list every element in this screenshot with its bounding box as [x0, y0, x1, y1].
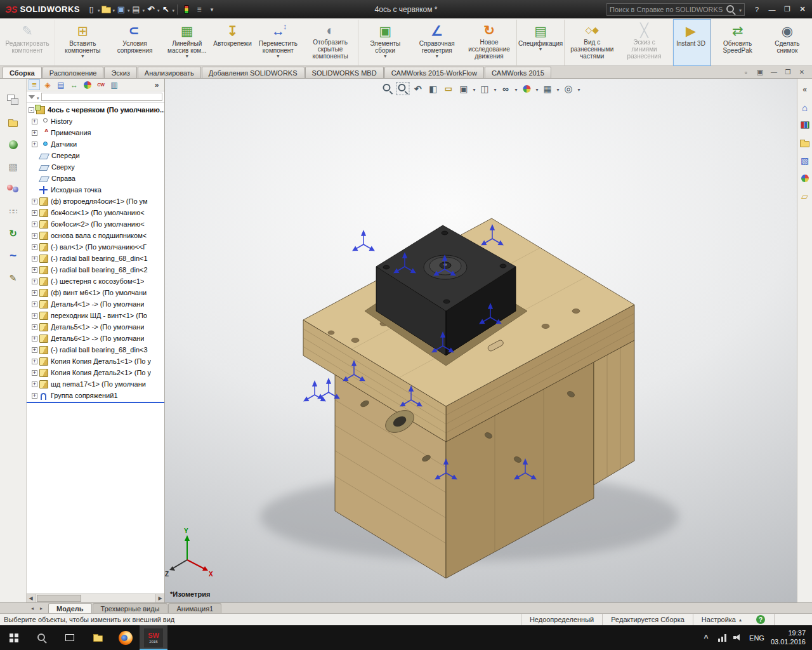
previous-view-icon[interactable] — [412, 83, 424, 95]
tree-item[interactable]: + (-) вал<1> (По умолчанию<<Г — [27, 241, 164, 253]
refresh-icon[interactable] — [5, 226, 22, 241]
network-icon[interactable] — [718, 634, 727, 642]
ribbon-button[interactable]: Instant 3D — [674, 20, 710, 65]
tree-item[interactable]: + шд nema17<1> (По умолчани — [27, 378, 164, 390]
expand-toggle[interactable]: + — [32, 233, 37, 239]
help-search-box[interactable] — [606, 3, 745, 16]
ribbon-button[interactable]: Вставить компоненты ▾ — [56, 20, 108, 65]
tree-filter-input[interactable] — [41, 93, 162, 101]
print-icon[interactable] — [131, 4, 142, 15]
start-button[interactable] — [0, 625, 28, 650]
firefox-button[interactable] — [112, 625, 140, 650]
expand-toggle[interactable]: + — [32, 222, 37, 227]
expand-toggle[interactable]: + — [32, 244, 37, 250]
tree-item[interactable]: + Копия Копия Деталь2<1> (По у — [27, 367, 164, 378]
cube-icon[interactable] — [5, 159, 22, 175]
tree-item[interactable]: + основа вала с подшипником< — [27, 230, 164, 241]
view-settings-dropdown[interactable] — [578, 84, 580, 93]
panel-overflow-icon[interactable] — [151, 79, 162, 90]
expand-toggle[interactable]: + — [32, 313, 37, 319]
expand-toggle[interactable]: + — [32, 199, 37, 204]
tree-item[interactable]: Исходная точка — [27, 184, 164, 196]
resize-grip[interactable] — [774, 614, 812, 625]
folder-icon[interactable] — [8, 121, 18, 127]
tree-horizontal-scrollbar[interactable]: ◀ ▶ — [27, 594, 164, 602]
task-pane-collapse-icon[interactable] — [799, 84, 811, 95]
help-button[interactable]: ? — [750, 3, 764, 16]
camworks-features-tab-icon[interactable] — [95, 79, 107, 90]
search-dropdown-arrow[interactable] — [739, 5, 742, 14]
quick-tips-icon[interactable]: ? — [756, 615, 765, 624]
expand-toggle[interactable]: + — [32, 210, 37, 216]
view-orientation-dropdown[interactable] — [473, 84, 475, 93]
expand-toggle[interactable]: + — [32, 381, 37, 387]
cascade-windows-icon[interactable] — [741, 68, 751, 77]
model-tab[interactable]: Трехмерные виды — [93, 603, 168, 613]
camworks-operations-tab-icon[interactable] — [108, 79, 120, 90]
spline-icon[interactable] — [5, 248, 22, 263]
ribbon-button[interactable]: Отобразить скрытые компоненты — [304, 20, 358, 65]
expand-toggle[interactable]: + — [32, 393, 37, 399]
language-indicator[interactable]: ENG — [749, 634, 764, 642]
expand-toggle[interactable]: + — [32, 267, 37, 273]
undo-icon[interactable] — [145, 4, 157, 15]
command-tab[interactable]: CAMWorks 2015-WorkFlow — [384, 67, 484, 78]
tree-item[interactable]: + (-) шестерня с косозубом<1> — [27, 275, 164, 287]
save-icon[interactable] — [115, 4, 127, 15]
ribbon-button[interactable]: Линейный массив ком... ▾ — [161, 20, 213, 65]
tree-item[interactable]: + переходник ШД - винт<1> (По — [27, 310, 164, 321]
rebuild-icon[interactable] — [184, 5, 189, 14]
command-tab[interactable]: CAMWorks 2015 — [485, 67, 551, 78]
display-style-icon[interactable] — [478, 83, 490, 95]
dropdown-arrow[interactable]: ▾ — [539, 47, 542, 53]
tree-item[interactable]: + Деталь4<1> -> (По умолчани — [27, 298, 164, 310]
rollback-bar[interactable] — [27, 402, 164, 403]
command-tab[interactable]: Анализировать — [138, 67, 201, 78]
select-cursor-icon[interactable] — [160, 4, 172, 15]
expand-toggle[interactable]: + — [32, 130, 37, 136]
open-document-icon[interactable] — [102, 7, 111, 13]
property-manager-tab-icon[interactable] — [42, 79, 53, 90]
tabs-scroll-left-icon[interactable]: ◂ — [28, 604, 37, 613]
tree-item[interactable]: + History — [27, 116, 164, 127]
command-tab[interactable]: Добавления SOLIDWORKS — [202, 67, 304, 78]
sketch-pencil-icon[interactable] — [5, 270, 22, 286]
expand-toggle[interactable]: + — [32, 279, 37, 284]
solidworks-resources-icon[interactable] — [799, 102, 811, 113]
sphere-icon[interactable] — [9, 140, 18, 149]
doc-close-button[interactable]: ✕ — [797, 68, 807, 77]
tree-item[interactable]: + Деталь5<1> -> (По умолчани — [27, 321, 164, 333]
select-dropdown-arrow[interactable] — [173, 5, 175, 14]
scroll-left-arrow[interactable]: ◀ — [27, 594, 36, 602]
expand-toggle[interactable]: + — [32, 359, 37, 364]
expand-toggle[interactable]: + — [32, 256, 37, 262]
volume-icon[interactable] — [733, 633, 743, 642]
tree-item[interactable]: + (-) radial ball bearing_68_din<1 — [27, 253, 164, 264]
custom-properties-icon[interactable] — [799, 190, 811, 202]
model-canvas[interactable]: Y X Z — [165, 79, 797, 602]
command-tab[interactable]: SOLIDWORKS MBD — [305, 67, 384, 78]
configuration-manager-tab-icon[interactable] — [55, 79, 67, 90]
command-tab[interactable]: Расположение — [43, 67, 104, 78]
tabs-scroll-right-icon[interactable]: ▸ — [37, 604, 46, 613]
dropdown-arrow[interactable]: ▾ — [384, 54, 386, 60]
dropdown-arrow[interactable]: ▾ — [436, 54, 438, 60]
scroll-thumb[interactable] — [37, 595, 81, 602]
file-properties-icon[interactable] — [193, 4, 205, 15]
ribbon-button[interactable]: Сделать снимок — [764, 20, 811, 65]
design-library-icon[interactable] — [801, 121, 809, 129]
ribbon-button[interactable]: Справочная геометрия ▾ — [411, 20, 463, 65]
tree-item[interactable]: Справа — [27, 173, 164, 184]
file-explorer-button[interactable] — [84, 625, 112, 650]
expand-toggle[interactable]: + — [32, 336, 37, 342]
scene-dropdown[interactable] — [557, 84, 560, 93]
model-tab[interactable]: Модель — [48, 603, 92, 613]
tree-item[interactable]: + (-) radial ball bearing_68_din<3 — [27, 344, 164, 355]
view-orientation-icon[interactable] — [457, 83, 469, 95]
search-input[interactable] — [610, 6, 723, 13]
appearance-balls-icon[interactable] — [5, 182, 22, 197]
display-style-dropdown[interactable] — [494, 84, 496, 93]
filter-dropdown-arrow[interactable] — [37, 93, 39, 102]
graphics-area[interactable]: Y X Z *Изометрия — [165, 79, 797, 602]
expand-toggle[interactable]: + — [32, 290, 37, 296]
